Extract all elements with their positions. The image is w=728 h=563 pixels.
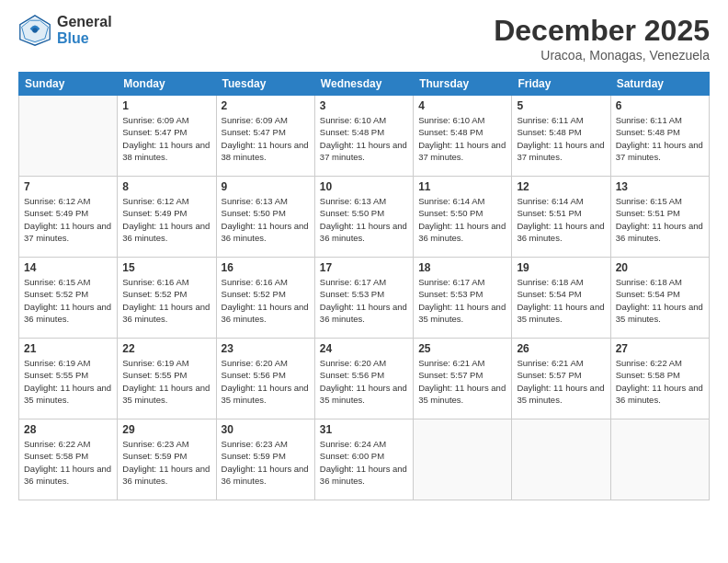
- daylight-label: Daylight: 11 hours and 37 minutes.: [517, 140, 604, 162]
- sunset-label: Sunset: 5:50 PM: [418, 208, 483, 218]
- day-info: Sunrise: 6:09 AM Sunset: 5:47 PM Dayligh…: [122, 114, 210, 163]
- daylight-label: Daylight: 11 hours and 35 minutes.: [517, 302, 604, 324]
- col-sunday: Sunday: [19, 73, 118, 96]
- day-number: 19: [517, 261, 605, 274]
- calendar-week-1: 7 Sunrise: 6:12 AM Sunset: 5:49 PM Dayli…: [19, 177, 710, 258]
- sunrise-label: Sunrise: 6:14 AM: [517, 196, 583, 206]
- day-number: 17: [320, 261, 408, 274]
- day-number: 24: [320, 342, 408, 355]
- day-number: 4: [418, 99, 506, 112]
- day-number: 20: [616, 261, 704, 274]
- day-number: 6: [616, 99, 704, 112]
- sunrise-label: Sunrise: 6:17 AM: [320, 277, 386, 287]
- col-thursday: Thursday: [414, 73, 512, 96]
- sunset-label: Sunset: 5:48 PM: [320, 127, 384, 137]
- sunset-label: Sunset: 5:47 PM: [222, 127, 286, 137]
- day-number: 11: [418, 180, 506, 193]
- calendar-cell: [512, 419, 610, 500]
- calendar-cell: 8 Sunrise: 6:12 AM Sunset: 5:49 PM Dayli…: [118, 177, 216, 258]
- calendar-cell: 18 Sunrise: 6:17 AM Sunset: 5:53 PM Dayl…: [414, 258, 512, 339]
- sunrise-label: Sunrise: 6:10 AM: [418, 115, 484, 125]
- sunrise-label: Sunrise: 6:12 AM: [24, 196, 90, 206]
- day-info: Sunrise: 6:14 AM Sunset: 5:51 PM Dayligh…: [517, 195, 605, 244]
- sunset-label: Sunset: 5:57 PM: [418, 370, 483, 380]
- day-info: Sunrise: 6:21 AM Sunset: 5:57 PM Dayligh…: [418, 357, 506, 406]
- calendar-cell: 26 Sunrise: 6:21 AM Sunset: 5:57 PM Dayl…: [512, 339, 610, 419]
- daylight-label: Daylight: 11 hours and 35 minutes.: [418, 383, 506, 405]
- calendar-cell: 12 Sunrise: 6:14 AM Sunset: 5:51 PM Dayl…: [512, 177, 610, 258]
- logo-blue-text: Blue: [57, 30, 112, 47]
- sunset-label: Sunset: 5:48 PM: [517, 127, 581, 137]
- calendar-cell: 23 Sunrise: 6:20 AM Sunset: 5:56 PM Dayl…: [216, 339, 314, 419]
- calendar-cell: [414, 419, 512, 500]
- calendar-cell: 13 Sunrise: 6:15 AM Sunset: 5:51 PM Dayl…: [610, 177, 709, 258]
- sunrise-label: Sunrise: 6:16 AM: [222, 277, 288, 287]
- header: General Blue December 2025 Uracoa, Monag…: [18, 14, 710, 63]
- calendar-cell: 31 Sunrise: 6:24 AM Sunset: 6:00 PM Dayl…: [314, 419, 413, 500]
- calendar-cell: 4 Sunrise: 6:10 AM Sunset: 5:48 PM Dayli…: [414, 96, 512, 177]
- daylight-label: Daylight: 11 hours and 37 minutes.: [418, 140, 506, 162]
- calendar-cell: 3 Sunrise: 6:10 AM Sunset: 5:48 PM Dayli…: [314, 96, 413, 177]
- calendar-cell: 19 Sunrise: 6:18 AM Sunset: 5:54 PM Dayl…: [512, 258, 610, 339]
- day-info: Sunrise: 6:10 AM Sunset: 5:48 PM Dayligh…: [418, 114, 506, 163]
- calendar-cell: 6 Sunrise: 6:11 AM Sunset: 5:48 PM Dayli…: [610, 96, 709, 177]
- sunrise-label: Sunrise: 6:18 AM: [517, 277, 583, 287]
- day-info: Sunrise: 6:16 AM Sunset: 5:52 PM Dayligh…: [222, 276, 310, 325]
- calendar-cell: 22 Sunrise: 6:19 AM Sunset: 5:55 PM Dayl…: [118, 339, 216, 419]
- day-info: Sunrise: 6:21 AM Sunset: 5:57 PM Dayligh…: [517, 357, 605, 406]
- logo-general-text: General: [57, 14, 112, 30]
- daylight-label: Daylight: 11 hours and 36 minutes.: [616, 383, 703, 405]
- day-info: Sunrise: 6:14 AM Sunset: 5:50 PM Dayligh…: [418, 195, 506, 244]
- sunrise-label: Sunrise: 6:20 AM: [320, 358, 386, 368]
- sunset-label: Sunset: 5:52 PM: [222, 289, 286, 299]
- daylight-label: Daylight: 11 hours and 36 minutes.: [616, 221, 703, 243]
- calendar-cell: 24 Sunrise: 6:20 AM Sunset: 5:56 PM Dayl…: [314, 339, 413, 419]
- calendar-cell: 2 Sunrise: 6:09 AM Sunset: 5:47 PM Dayli…: [216, 96, 314, 177]
- calendar-cell: 30 Sunrise: 6:23 AM Sunset: 5:59 PM Dayl…: [216, 419, 314, 500]
- day-info: Sunrise: 6:20 AM Sunset: 5:56 PM Dayligh…: [222, 357, 310, 406]
- page: General Blue December 2025 Uracoa, Monag…: [0, 0, 728, 563]
- logo-icon: [18, 14, 51, 47]
- day-info: Sunrise: 6:19 AM Sunset: 5:55 PM Dayligh…: [24, 357, 112, 406]
- calendar-cell: 10 Sunrise: 6:13 AM Sunset: 5:50 PM Dayl…: [314, 177, 413, 258]
- daylight-label: Daylight: 11 hours and 36 minutes.: [122, 302, 210, 324]
- sunset-label: Sunset: 5:58 PM: [24, 451, 88, 461]
- day-info: Sunrise: 6:11 AM Sunset: 5:48 PM Dayligh…: [517, 114, 605, 163]
- sunrise-label: Sunrise: 6:13 AM: [222, 196, 288, 206]
- sunrise-label: Sunrise: 6:09 AM: [222, 115, 288, 125]
- day-info: Sunrise: 6:22 AM Sunset: 5:58 PM Dayligh…: [24, 438, 112, 487]
- day-info: Sunrise: 6:12 AM Sunset: 5:49 PM Dayligh…: [24, 195, 112, 244]
- calendar-body: 1 Sunrise: 6:09 AM Sunset: 5:47 PM Dayli…: [19, 96, 710, 500]
- daylight-label: Daylight: 11 hours and 35 minutes.: [320, 383, 407, 405]
- calendar-table: Sunday Monday Tuesday Wednesday Thursday…: [18, 72, 710, 500]
- calendar-header: Sunday Monday Tuesday Wednesday Thursday…: [19, 73, 710, 96]
- calendar-cell: 11 Sunrise: 6:14 AM Sunset: 5:50 PM Dayl…: [414, 177, 512, 258]
- daylight-label: Daylight: 11 hours and 36 minutes.: [517, 221, 604, 243]
- sunrise-label: Sunrise: 6:19 AM: [24, 358, 90, 368]
- day-info: Sunrise: 6:20 AM Sunset: 5:56 PM Dayligh…: [320, 357, 408, 406]
- day-info: Sunrise: 6:11 AM Sunset: 5:48 PM Dayligh…: [616, 114, 704, 163]
- logo: General Blue: [18, 14, 112, 47]
- col-friday: Friday: [512, 73, 610, 96]
- day-number: 14: [24, 261, 112, 274]
- day-info: Sunrise: 6:09 AM Sunset: 5:47 PM Dayligh…: [222, 114, 310, 163]
- sunset-label: Sunset: 5:58 PM: [616, 370, 680, 380]
- calendar-cell: 7 Sunrise: 6:12 AM Sunset: 5:49 PM Dayli…: [19, 177, 118, 258]
- sunrise-label: Sunrise: 6:09 AM: [122, 115, 188, 125]
- daylight-label: Daylight: 11 hours and 36 minutes.: [320, 302, 407, 324]
- calendar-cell: [610, 419, 709, 500]
- calendar-cell: [19, 96, 118, 177]
- sunrise-label: Sunrise: 6:20 AM: [222, 358, 288, 368]
- day-info: Sunrise: 6:17 AM Sunset: 5:53 PM Dayligh…: [418, 276, 506, 325]
- col-wednesday: Wednesday: [314, 73, 413, 96]
- sunrise-label: Sunrise: 6:18 AM: [616, 277, 682, 287]
- calendar-cell: 15 Sunrise: 6:16 AM Sunset: 5:52 PM Dayl…: [118, 258, 216, 339]
- calendar-cell: 16 Sunrise: 6:16 AM Sunset: 5:52 PM Dayl…: [216, 258, 314, 339]
- calendar-week-4: 28 Sunrise: 6:22 AM Sunset: 5:58 PM Dayl…: [19, 419, 710, 500]
- sunrise-label: Sunrise: 6:12 AM: [122, 196, 188, 206]
- day-number: 18: [418, 261, 506, 274]
- sunset-label: Sunset: 5:51 PM: [616, 208, 680, 218]
- daylight-label: Daylight: 11 hours and 36 minutes.: [24, 464, 111, 486]
- day-info: Sunrise: 6:18 AM Sunset: 5:54 PM Dayligh…: [517, 276, 605, 325]
- sunset-label: Sunset: 5:50 PM: [222, 208, 286, 218]
